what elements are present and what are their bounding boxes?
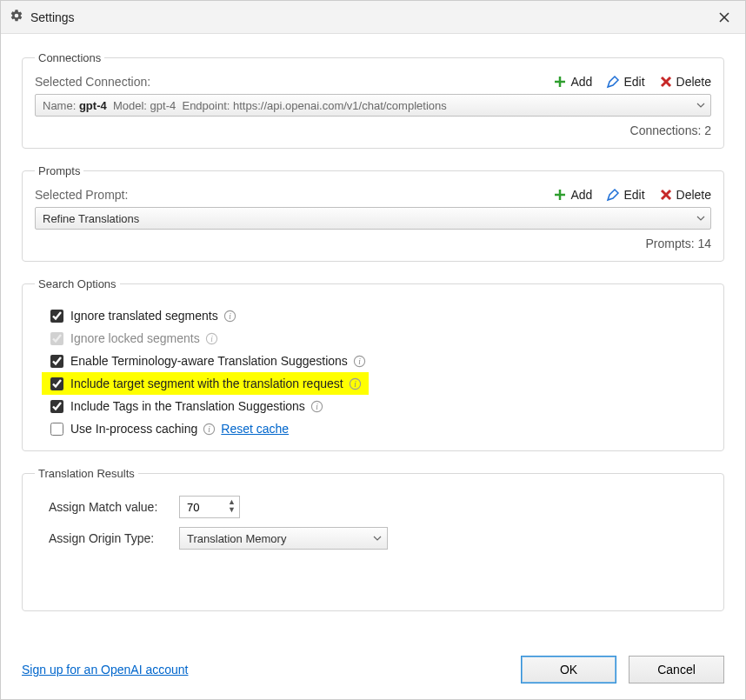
checkbox-ignore-locked <box>50 332 63 345</box>
svg-text:i: i <box>229 312 231 321</box>
option-terminology: Enable Terminology-aware Translation Sug… <box>50 350 711 372</box>
footer: Sign up for an OpenAI account OK Cancel <box>1 647 745 699</box>
delete-connection-button[interactable]: Delete <box>659 75 711 89</box>
selected-connection-label: Selected Connection: <box>35 75 150 89</box>
origin-type-select[interactable]: Translation Memory <box>179 527 388 550</box>
x-icon <box>659 75 673 89</box>
chevron-down-icon <box>696 101 705 110</box>
info-icon[interactable]: i <box>353 355 366 368</box>
search-options-legend: Search Options <box>35 277 120 290</box>
selected-prompt-label: Selected Prompt: <box>35 188 128 202</box>
delete-prompt-button[interactable]: Delete <box>659 188 711 202</box>
checkbox-include-tags[interactable] <box>50 400 63 413</box>
prompts-group: Prompts Selected Prompt: Add Edit Delete <box>22 164 724 262</box>
info-icon[interactable]: i <box>310 400 323 413</box>
option-include-tags: Include Tags in the Translation Suggesti… <box>50 395 711 417</box>
spinner-arrows[interactable]: ▲ ▼ <box>228 498 236 514</box>
match-value-input[interactable] <box>180 500 218 515</box>
settings-window: Settings Connections Selected Connection… <box>0 0 746 700</box>
match-value-label: Assign Match value: <box>49 500 179 514</box>
checkbox-terminology[interactable] <box>50 355 63 368</box>
close-button[interactable] <box>712 5 736 30</box>
content-area: Connections Selected Connection: Add Edi… <box>1 34 745 647</box>
add-connection-button[interactable]: Add <box>553 75 592 89</box>
translation-results-group: Translation Results Assign Match value: … <box>22 467 724 611</box>
edit-prompt-button[interactable]: Edit <box>606 188 644 202</box>
ok-button[interactable]: OK <box>521 656 616 683</box>
prompt-dropdown[interactable]: Refine Translations <box>35 207 711 230</box>
prompts-count: Prompts: 14 <box>35 237 711 250</box>
info-icon[interactable]: i <box>349 377 362 390</box>
svg-text:i: i <box>316 403 318 411</box>
option-inprocess-caching: Use In-process caching i Reset cache <box>50 417 711 440</box>
prompts-legend: Prompts <box>35 164 83 177</box>
cancel-button[interactable]: Cancel <box>629 656 724 683</box>
title-bar: Settings <box>1 1 745 34</box>
chevron-down-icon: ▼ <box>228 506 236 514</box>
option-ignore-locked: Ignore locked segments i <box>50 327 711 350</box>
chevron-down-icon <box>373 534 382 543</box>
x-icon <box>659 188 673 202</box>
plus-icon <box>553 75 567 89</box>
origin-type-row: Assign Origin Type: Translation Memory <box>49 527 711 550</box>
close-icon <box>718 11 730 23</box>
pencil-icon <box>606 188 620 202</box>
origin-type-label: Assign Origin Type: <box>49 531 179 545</box>
connections-legend: Connections <box>35 51 104 64</box>
prompts-toolbar: Selected Prompt: Add Edit Delete <box>35 188 711 202</box>
connections-toolbar: Selected Connection: Add Edit Delete <box>35 75 711 89</box>
connections-group: Connections Selected Connection: Add Edi… <box>22 51 724 149</box>
checkbox-ignore-translated[interactable] <box>50 310 63 323</box>
add-prompt-button[interactable]: Add <box>553 188 592 202</box>
option-ignore-translated: Ignore translated segments i <box>50 304 711 327</box>
translation-results-legend: Translation Results <box>35 467 138 480</box>
svg-text:i: i <box>354 380 356 389</box>
reset-cache-link[interactable]: Reset cache <box>221 422 289 436</box>
signup-link[interactable]: Sign up for an OpenAI account <box>22 663 188 677</box>
checkbox-include-target[interactable] <box>50 377 63 390</box>
info-icon[interactable]: i <box>203 423 216 436</box>
connections-count: Connections: 2 <box>35 123 711 137</box>
option-include-target: Include target segment with the translat… <box>42 372 369 395</box>
edit-connection-button[interactable]: Edit <box>606 75 644 89</box>
chevron-down-icon <box>696 214 705 223</box>
checkbox-inprocess-caching[interactable] <box>50 423 63 436</box>
window-title: Settings <box>30 10 712 24</box>
svg-text:i: i <box>210 335 213 343</box>
match-value-row: Assign Match value: ▲ ▼ <box>49 496 711 518</box>
pencil-icon <box>606 75 620 89</box>
match-value-spinner[interactable]: ▲ ▼ <box>179 496 240 518</box>
svg-text:i: i <box>208 425 210 434</box>
info-icon[interactable]: i <box>205 332 218 345</box>
connection-dropdown[interactable]: Name: gpt-4 Model: gpt-4 Endpoint: https… <box>35 94 711 117</box>
svg-text:i: i <box>358 357 361 366</box>
plus-icon <box>553 188 567 202</box>
search-options-group: Search Options Ignore translated segment… <box>22 277 724 451</box>
info-icon[interactable]: i <box>223 310 236 323</box>
gear-icon <box>10 9 23 25</box>
